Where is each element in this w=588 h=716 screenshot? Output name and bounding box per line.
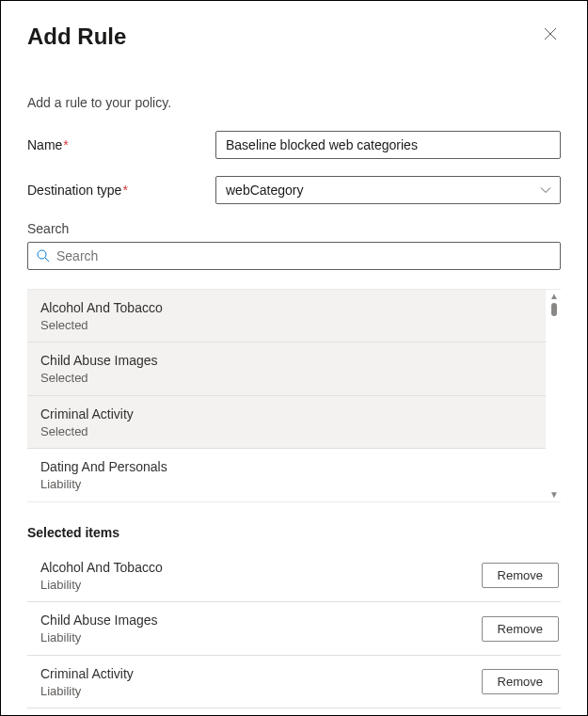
destination-type-select[interactable] <box>215 176 561 204</box>
selected-item-category: Liability <box>40 629 158 646</box>
result-row[interactable]: Child Abuse ImagesSelected <box>27 342 546 395</box>
search-box[interactable] <box>27 242 561 270</box>
selected-item-name: Alcohol And Tobacco <box>40 559 163 577</box>
result-status: Selected <box>40 423 532 440</box>
result-status: Liability <box>40 476 532 493</box>
result-row[interactable]: Dating And PersonalsLiability <box>27 449 546 501</box>
selected-item-category: Liability <box>40 683 134 700</box>
name-input[interactable] <box>215 131 561 159</box>
result-row[interactable]: Alcohol And TobaccoSelected <box>27 290 546 342</box>
svg-point-2 <box>38 250 46 259</box>
scroll-down-icon: ▼ <box>549 488 559 501</box>
result-row[interactable]: Criminal ActivitySelected <box>27 396 546 449</box>
subtitle-text: Add a rule to your policy. <box>27 95 561 110</box>
scroll-thumb[interactable] <box>551 303 557 316</box>
selected-item-category: Liability <box>40 577 163 594</box>
result-status: Selected <box>40 370 532 387</box>
selected-item-name: Child Abuse Images <box>40 612 158 629</box>
results-list: Alcohol And TobaccoSelectedChild Abuse I… <box>27 289 561 502</box>
page-title: Add Rule <box>27 24 126 50</box>
search-label: Search <box>27 221 561 236</box>
destination-type-label: Destination type* <box>27 183 215 198</box>
result-name: Child Abuse Images <box>40 352 532 370</box>
result-name: Criminal Activity <box>40 406 532 423</box>
remove-button[interactable]: Remove <box>482 616 559 642</box>
selected-items-list: Alcohol And TobaccoLiabilityRemoveChild … <box>27 549 561 708</box>
remove-button[interactable]: Remove <box>482 669 559 694</box>
close-icon <box>544 27 557 40</box>
selected-item-name: Criminal Activity <box>40 665 134 683</box>
result-status: Selected <box>40 317 532 334</box>
selected-items-header: Selected items <box>27 525 561 540</box>
selected-row: Child Abuse ImagesLiabilityRemove <box>27 602 561 655</box>
result-name: Alcohol And Tobacco <box>40 299 532 317</box>
selected-row: Alcohol And TobaccoLiabilityRemove <box>27 549 561 602</box>
selected-row: Criminal ActivityLiabilityRemove <box>27 656 561 708</box>
remove-button[interactable]: Remove <box>482 563 559 588</box>
name-label: Name* <box>27 137 215 152</box>
result-name: Dating And Personals <box>40 458 532 476</box>
scroll-up-icon: ▲ <box>549 290 559 303</box>
svg-line-3 <box>45 258 49 262</box>
scrollbar[interactable]: ▲ ▼ <box>548 290 561 501</box>
search-icon <box>36 248 51 263</box>
search-input[interactable] <box>56 248 552 263</box>
close-button[interactable] <box>540 24 561 46</box>
